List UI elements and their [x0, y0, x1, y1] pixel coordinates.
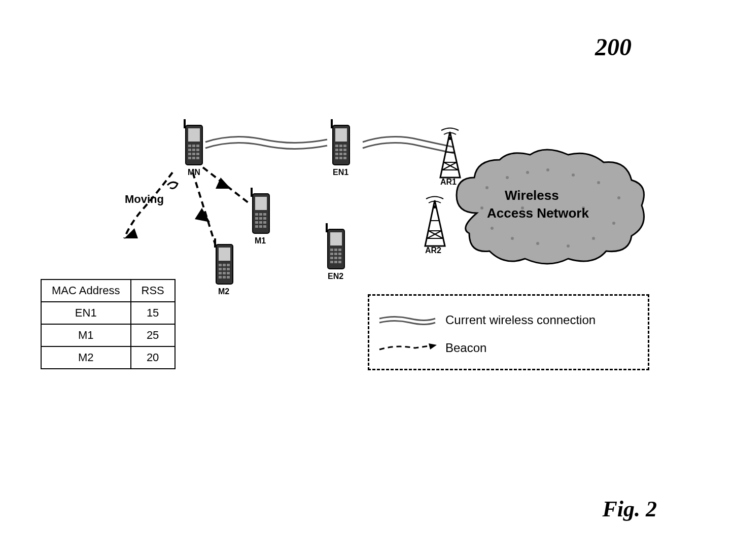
- svg-rect-62: [227, 276, 230, 278]
- svg-rect-49: [219, 248, 230, 261]
- svg-rect-47: [263, 225, 266, 228]
- legend-swatch-current: [377, 312, 438, 328]
- svg-rect-46: [259, 225, 262, 228]
- svg-rect-36: [255, 213, 258, 216]
- svg-rect-64: [330, 232, 342, 246]
- table-row: M1 25: [41, 324, 175, 346]
- svg-rect-44: [263, 221, 266, 224]
- svg-rect-68: [338, 249, 341, 251]
- svg-rect-16: [192, 157, 195, 159]
- svg-rect-43: [259, 221, 262, 224]
- svg-line-103: [429, 231, 443, 238]
- svg-point-89: [511, 237, 514, 240]
- svg-rect-57: [219, 272, 222, 274]
- table-cell-rss: 20: [131, 346, 175, 369]
- svg-rect-70: [334, 253, 337, 255]
- tower-ar1-label: AR1: [440, 178, 457, 187]
- svg-rect-65: [326, 223, 328, 232]
- svg-rect-69: [330, 253, 333, 255]
- svg-rect-5: [184, 119, 186, 128]
- svg-rect-54: [219, 268, 222, 270]
- table-header-mac: MAC Address: [41, 279, 131, 302]
- cloud-label-line1: Wireless: [505, 188, 559, 203]
- svg-rect-12: [188, 153, 191, 155]
- svg-rect-17: [196, 157, 199, 159]
- diagram-canvas: 200 MN: [0, 0, 733, 560]
- svg-point-79: [506, 176, 509, 179]
- svg-rect-72: [330, 257, 333, 259]
- svg-line-98: [442, 162, 457, 170]
- svg-rect-76: [334, 261, 337, 263]
- svg-rect-74: [338, 257, 341, 259]
- svg-point-88: [536, 242, 539, 245]
- table-header-row: MAC Address RSS: [41, 279, 175, 302]
- svg-rect-41: [263, 217, 266, 220]
- svg-rect-27: [335, 153, 338, 155]
- phone-m2-label: M2: [218, 287, 229, 296]
- tower-ar2-label: AR2: [425, 246, 441, 255]
- svg-rect-61: [223, 276, 226, 278]
- svg-point-83: [597, 181, 600, 184]
- svg-point-85: [612, 222, 615, 225]
- phone-mn: MN: [183, 119, 205, 167]
- svg-rect-51: [219, 264, 222, 266]
- figure-caption: Fig. 2: [602, 496, 657, 522]
- phone-m2: M2: [213, 238, 236, 287]
- tower-ar1: AR1: [436, 124, 464, 185]
- svg-rect-39: [255, 217, 258, 220]
- svg-rect-23: [343, 145, 346, 147]
- svg-point-82: [572, 173, 575, 177]
- svg-rect-40: [259, 217, 262, 220]
- phone-mn-label: MN: [188, 168, 200, 177]
- svg-rect-8: [196, 145, 199, 147]
- legend-text-current: Current wireless connection: [445, 313, 596, 327]
- svg-rect-9: [188, 149, 191, 151]
- svg-rect-73: [334, 257, 337, 259]
- legend-row-beacon: Beacon: [377, 334, 640, 362]
- svg-rect-11: [196, 149, 199, 151]
- svg-line-104: [427, 231, 441, 238]
- svg-rect-19: [335, 128, 347, 142]
- phone-m1-label: M1: [255, 236, 266, 246]
- table-row: M2 20: [41, 346, 175, 369]
- svg-rect-29: [343, 153, 346, 155]
- svg-rect-67: [334, 249, 337, 251]
- svg-rect-58: [223, 272, 226, 274]
- svg-rect-13: [192, 153, 195, 155]
- svg-rect-22: [339, 145, 342, 147]
- svg-point-90: [491, 227, 494, 230]
- svg-rect-30: [335, 157, 338, 159]
- svg-rect-24: [335, 149, 338, 151]
- legend-swatch-beacon: [377, 340, 438, 356]
- svg-marker-1: [195, 208, 210, 222]
- svg-rect-15: [188, 157, 191, 159]
- svg-rect-25: [339, 149, 342, 151]
- svg-rect-7: [192, 145, 195, 147]
- cloud-label-line2: Access Network: [487, 205, 589, 221]
- tower-ar2: AR2: [421, 193, 449, 254]
- svg-rect-71: [338, 253, 341, 255]
- svg-rect-28: [339, 153, 342, 155]
- svg-point-81: [546, 168, 549, 171]
- table-cell-rss: 25: [131, 324, 175, 346]
- svg-point-91: [480, 206, 483, 209]
- cloud-wireless-network: Wireless Access Network: [446, 147, 649, 274]
- svg-rect-60: [219, 276, 222, 278]
- svg-point-106: [433, 205, 436, 208]
- svg-rect-38: [263, 213, 266, 216]
- svg-rect-32: [343, 157, 346, 159]
- svg-rect-42: [255, 221, 258, 224]
- svg-rect-45: [255, 225, 258, 228]
- table-cell-rss: 15: [131, 302, 175, 324]
- svg-rect-4: [188, 128, 200, 142]
- svg-point-86: [592, 237, 595, 240]
- legend: Current wireless connection Beacon: [368, 294, 649, 370]
- table-row: EN1 15: [41, 302, 175, 324]
- svg-point-87: [567, 244, 570, 248]
- svg-rect-37: [259, 213, 262, 216]
- rss-table: MAC Address RSS EN1 15 M1 25 M2 20: [41, 279, 176, 369]
- legend-row-current: Current wireless connection: [377, 306, 640, 334]
- table-cell-mac: M1: [41, 324, 131, 346]
- svg-point-78: [485, 186, 488, 189]
- phone-en1: EN1: [330, 119, 353, 167]
